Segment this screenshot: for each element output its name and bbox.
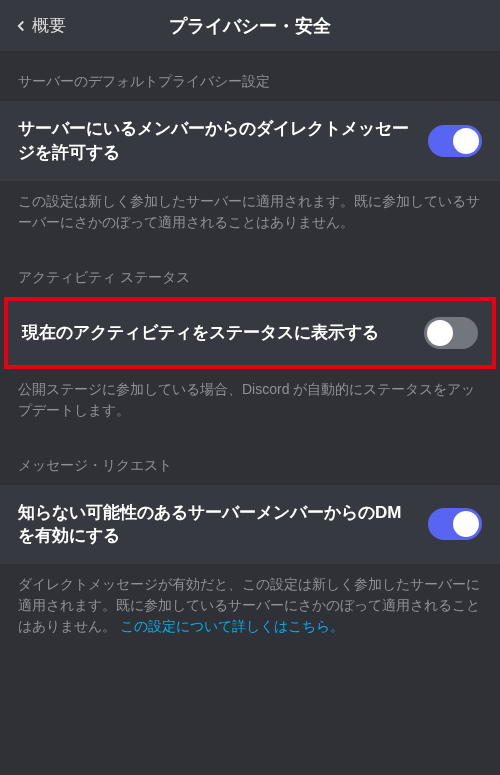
back-button[interactable]: 概要 [12,14,66,37]
setting-description-server-dm: この設定は新しく参加したサーバーに適用されます。既に参加しているサーバーにさかの… [0,181,500,247]
toggle-knob [427,320,453,346]
page-title: プライバシー・安全 [169,14,331,38]
chevron-left-icon [12,17,30,35]
section-header-activity-status: アクティビティ ステータス [0,247,500,297]
header-bar: 概要 プライバシー・安全 [0,0,500,51]
toggle-activity-status[interactable] [424,317,478,349]
setting-label-message-request: 知らない可能性のあるサーバーメンバーからのDMを有効にする [18,501,428,549]
setting-label-activity-status: 現在のアクティビティをステータスに表示する [22,321,424,345]
setting-description-activity-status: 公開ステージに参加している場合、Discord が自動的にステータスをアップデー… [0,369,500,435]
section-header-server-default: サーバーのデフォルトプライバシー設定 [0,51,500,101]
toggle-knob [453,511,479,537]
learn-more-link[interactable]: この設定について詳しくはこちら。 [120,618,344,634]
section-header-message-request: メッセージ・リクエスト [0,435,500,485]
toggle-message-request[interactable] [428,508,482,540]
setting-row-server-dm: サーバーにいるメンバーからのダイレクトメッセージを許可する [0,101,500,181]
setting-row-message-request: 知らない可能性のあるサーバーメンバーからのDMを有効にする [0,485,500,565]
back-label: 概要 [32,14,66,37]
setting-row-activity-status: 現在のアクティビティをステータスに表示する [4,297,496,369]
toggle-knob [453,128,479,154]
setting-label-server-dm: サーバーにいるメンバーからのダイレクトメッセージを許可する [18,117,428,165]
setting-description-message-request: ダイレクトメッセージが有効だと、この設定は新しく参加したサーバーに適用されます。… [0,564,500,651]
toggle-server-dm[interactable] [428,125,482,157]
